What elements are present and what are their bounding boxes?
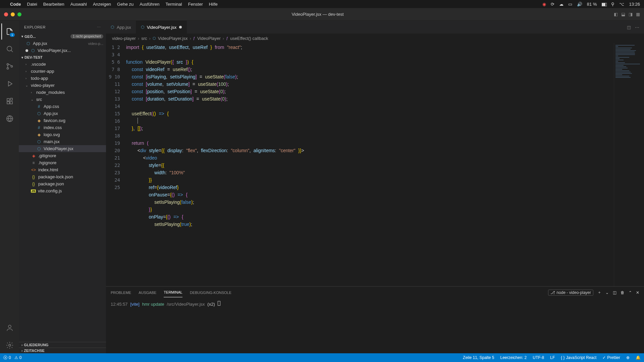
menubar-item[interactable]: Gehe zu bbox=[117, 2, 133, 7]
status-encoding[interactable]: UTF-8 bbox=[533, 355, 544, 360]
status-warnings[interactable]: ⚠0 bbox=[14, 355, 22, 360]
folder-item[interactable]: ›counter-app bbox=[19, 68, 106, 75]
terminal-dropdown-icon[interactable]: ⌄ bbox=[605, 290, 609, 295]
file-item[interactable]: ◆favicon.svg bbox=[19, 117, 106, 124]
folder-item[interactable]: ›node_modules bbox=[19, 89, 106, 96]
layout-icon[interactable]: ▦ bbox=[636, 12, 640, 17]
panel-close-icon[interactable]: ✕ bbox=[636, 290, 639, 295]
panel-tab-ausgabe[interactable]: AUSGABE bbox=[139, 288, 156, 297]
breadcrumb-item[interactable]: useEffect() callback bbox=[230, 36, 268, 41]
status-cursor[interactable]: Zeile 11, Spalte 5 bbox=[463, 355, 494, 360]
menubar-item[interactable]: Anzeigen bbox=[93, 2, 111, 7]
open-editor-item[interactable]: ⬡ VideoPlayer.jsx... bbox=[19, 47, 106, 54]
react-icon: ⬡ bbox=[25, 41, 31, 46]
svg-rect-5 bbox=[7, 102, 9, 104]
file-item[interactable]: #App.css bbox=[19, 103, 106, 110]
breadcrumb-item[interactable]: VideoPlayer bbox=[197, 36, 221, 41]
svg-rect-6 bbox=[10, 102, 12, 104]
menubar-item[interactable]: Terminal bbox=[166, 2, 182, 7]
file-item[interactable]: {}package.json bbox=[19, 180, 106, 187]
folder-item[interactable]: ›.vscode bbox=[19, 61, 106, 68]
status-feedback-icon[interactable]: ⊕ bbox=[626, 355, 630, 360]
timeline-header[interactable]: ›ZEITACHSE bbox=[19, 348, 106, 353]
menubar-item[interactable]: Datei bbox=[27, 2, 37, 7]
status-prettier[interactable]: ✓Prettier bbox=[602, 355, 620, 360]
menubar-item[interactable]: Fenster bbox=[188, 2, 203, 7]
breadcrumb-item[interactable]: VideoPlayer.jsx bbox=[158, 36, 188, 41]
terminal-tag: [vite] bbox=[130, 302, 139, 307]
file-item[interactable]: ⬡main.jsx bbox=[19, 138, 106, 145]
status-lang[interactable]: { }JavaScript React bbox=[561, 355, 596, 360]
workspace-header[interactable]: ▾ DEV-TEST bbox=[19, 55, 106, 60]
explorer-more-icon[interactable]: ⋯ bbox=[97, 25, 101, 29]
activity-remote[interactable] bbox=[1, 111, 17, 127]
activity-account[interactable] bbox=[1, 320, 17, 336]
minimize-button[interactable] bbox=[11, 12, 15, 16]
wifi-icon[interactable]: ⚲ bbox=[611, 2, 614, 7]
outline-header[interactable]: ›GLIEDERUNG bbox=[19, 342, 106, 348]
panel-right-icon[interactable]: ◨ bbox=[629, 12, 633, 17]
panel-tab-terminal[interactable]: TERMINAL bbox=[164, 288, 182, 297]
activity-search[interactable] bbox=[1, 41, 17, 57]
split-terminal-icon[interactable]: ◫ bbox=[613, 290, 616, 295]
activity-debug[interactable] bbox=[1, 76, 17, 92]
status-errors[interactable]: ⓧ0 bbox=[3, 355, 11, 361]
status-bell-icon[interactable]: 🔔 bbox=[636, 355, 641, 360]
clock[interactable]: 13:26 bbox=[629, 2, 640, 7]
folder-item[interactable]: ⌄src bbox=[19, 96, 106, 103]
terminal-task[interactable]: ⎇node - video-player bbox=[548, 290, 593, 296]
code-content[interactable]: import { useState, useEffect, useRef } f… bbox=[126, 43, 614, 286]
close-button[interactable] bbox=[4, 12, 8, 16]
control-center-icon[interactable]: ⌥ bbox=[619, 2, 624, 7]
code-editor[interactable]: 1 2 3 4 5 6 7 8 9 10 11 12 13 14 15 16 1… bbox=[106, 43, 644, 286]
file-item[interactable]: <>index.html bbox=[19, 166, 106, 173]
activity-extensions[interactable] bbox=[1, 93, 17, 109]
volume-icon[interactable]: 🔊 bbox=[577, 2, 582, 7]
breadcrumb-item[interactable]: src bbox=[141, 36, 147, 41]
breadcrumb[interactable]: video-player› src› ⬡VideoPlayer.jsx› ƒVi… bbox=[106, 34, 644, 43]
cloud-icon[interactable]: ☁ bbox=[559, 2, 564, 7]
file-item[interactable]: ≡.hgignore bbox=[19, 159, 106, 166]
panel-chevron-up-icon[interactable]: ⌃ bbox=[629, 290, 632, 295]
folder-item[interactable]: ›todo-app bbox=[19, 75, 106, 82]
battery-icon[interactable]: ▮▮▯ bbox=[601, 2, 606, 7]
activity-scm[interactable] bbox=[1, 58, 17, 74]
explorer-badge: 1 bbox=[10, 33, 15, 37]
open-editors-header[interactable]: ▾ GEÖ... 1 nicht gespeichert bbox=[19, 34, 106, 39]
activity-explorer[interactable]: 1 bbox=[1, 23, 17, 40]
file-item[interactable]: {}package-lock.json bbox=[19, 173, 106, 180]
status-spaces[interactable]: Leerzeichen: 2 bbox=[500, 355, 527, 360]
display-icon[interactable]: ▭ bbox=[568, 2, 572, 7]
tab-app[interactable]: ⬡ App.jsx bbox=[106, 21, 136, 34]
breadcrumb-item[interactable]: video-player bbox=[112, 36, 136, 41]
new-terminal-icon[interactable]: ＋ bbox=[597, 290, 601, 295]
minimap[interactable] bbox=[614, 43, 644, 286]
menubar-item[interactable]: Hilfe bbox=[209, 2, 218, 7]
panel-left-icon[interactable]: ◧ bbox=[614, 12, 618, 17]
menubar-item[interactable]: Bearbeiten bbox=[43, 2, 64, 7]
more-icon[interactable]: ⋯ bbox=[635, 25, 639, 30]
sync-icon[interactable]: ⟳ bbox=[551, 2, 554, 7]
status-eol[interactable]: LF bbox=[550, 355, 555, 360]
split-editor-icon[interactable]: ◫ bbox=[627, 25, 631, 30]
panel-bottom-icon[interactable]: ⬓ bbox=[621, 12, 625, 17]
file-item[interactable]: ⬡VideoPlayer.jsx bbox=[19, 145, 106, 152]
open-editor-item[interactable]: ⬡ App.jsx video-p... bbox=[19, 40, 106, 47]
file-item[interactable]: ◈.gitignore bbox=[19, 152, 106, 159]
menubar-app[interactable]: Code bbox=[10, 2, 21, 7]
maximize-button[interactable] bbox=[17, 12, 21, 16]
file-item[interactable]: #index.css bbox=[19, 124, 106, 131]
panel-tab-probleme[interactable]: PROBLEME bbox=[111, 288, 131, 297]
terminal-body[interactable]: 12:45:57 [vite] hmr update /src/VideoPla… bbox=[106, 298, 644, 353]
folder-item[interactable]: ⌄video-player bbox=[19, 82, 106, 89]
file-item[interactable]: JSvite.config.js bbox=[19, 187, 106, 194]
kill-terminal-icon[interactable]: 🗑 bbox=[621, 290, 625, 295]
file-item[interactable]: ⬡App.jsx bbox=[19, 110, 106, 117]
record-icon[interactable]: ◉ bbox=[542, 2, 546, 7]
menubar-item[interactable]: Auswahl bbox=[70, 2, 87, 7]
menubar-item[interactable]: Ausführen bbox=[140, 2, 159, 7]
file-item[interactable]: ◆logo.svg bbox=[19, 131, 106, 138]
tab-videoplayer[interactable]: ⬡ VideoPlayer.jsx bbox=[136, 21, 187, 34]
panel-tab-debug[interactable]: DEBUGGING-KONSOLE bbox=[190, 288, 231, 297]
activity-settings[interactable] bbox=[1, 337, 17, 353]
